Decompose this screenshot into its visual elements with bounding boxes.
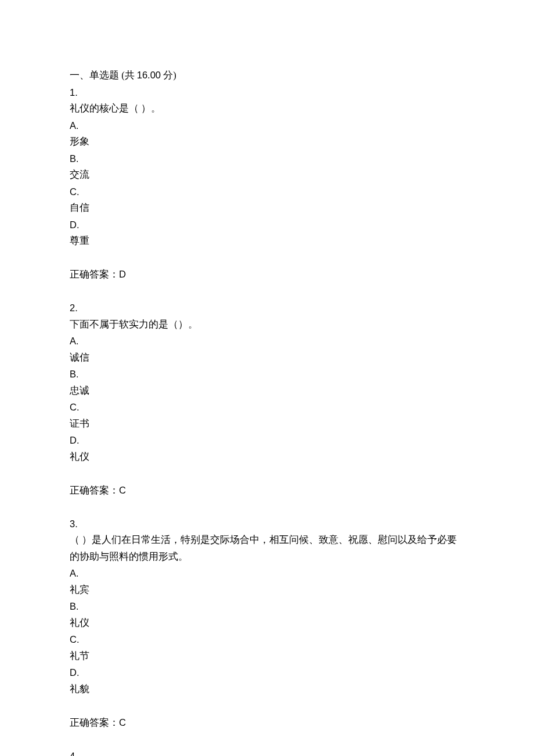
question-text: （ ）是人们在日常生活，特别是交际场合中，相互问候、致意、祝愿、慰问以及给予必要… [70,532,464,565]
question-text: 下面不属于软实力的是（）。 [70,316,464,333]
option-label: C. [70,399,464,416]
option-label: D. [70,432,464,449]
answer-value: C [119,717,126,728]
option-text: 礼貌 [70,681,464,698]
spacer [70,697,464,714]
answer-label: 正确答案： [70,717,119,728]
answer-label: 正确答案： [70,485,119,496]
answer-label: 正确答案： [70,269,119,280]
section-points: 16.00 [137,70,161,80]
option-label: C. [70,631,464,648]
option-text: 证书 [70,416,464,433]
option-text: 礼仪 [70,449,464,466]
answer-line: 正确答案：C [70,714,464,732]
option-text: 自信 [70,200,464,217]
question-number: 2. [70,300,464,316]
option-text: 诚信 [70,350,464,366]
answer-line: 正确答案：C [70,482,464,499]
option-label: B. [70,598,464,615]
spacer [70,499,464,516]
spacer [70,283,464,300]
option-text: 形象 [70,134,464,150]
section-header: 一、单选题 (共 16.00 分) [70,67,464,84]
question-text: 礼仪的核心是（ ）。 [70,100,464,117]
option-text: 交流 [70,167,464,183]
option-text: 礼宾 [70,582,464,599]
option-label: A. [70,117,464,134]
section-title-suffix: 分) [161,70,176,81]
option-text: 尊重 [70,233,464,250]
option-label: B. [70,150,464,167]
spacer [70,731,464,748]
answer-value: C [119,485,126,495]
question-number: 3. [70,516,464,532]
exam-document: 一、单选题 (共 16.00 分) 1. 礼仪的核心是（ ）。 A. 形象 B.… [0,0,534,756]
option-label: A. [70,565,464,582]
option-label: B. [70,366,464,383]
section-title-prefix: 一、单选题 (共 [70,70,137,81]
question-number: 1. [70,84,464,101]
option-text: 忠诚 [70,383,464,399]
option-label: A. [70,333,464,350]
question-number: 4. [70,748,464,757]
option-label: C. [70,183,464,200]
spacer [70,250,464,267]
answer-line: 正确答案：D [70,266,464,283]
option-text: 礼节 [70,648,464,665]
answer-value: D [119,269,126,279]
option-label: D. [70,217,464,233]
spacer [70,465,464,482]
option-text: 礼仪 [70,615,464,632]
option-label: D. [70,664,464,681]
